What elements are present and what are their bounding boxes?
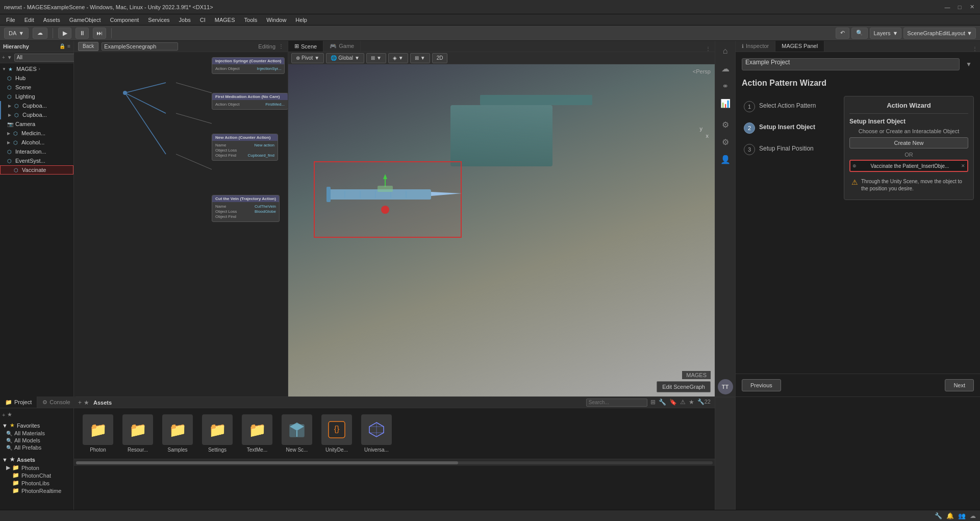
asset-samples[interactable]: 📁 Samples [160, 414, 195, 453]
asset-unitydefault[interactable]: {} UnityDe... [319, 414, 355, 453]
hierarchy-menu-icon[interactable]: ≡ [67, 43, 70, 49]
menu-services[interactable]: Services [144, 16, 173, 24]
hierarchy-item[interactable]: 📷 Camera [0, 119, 73, 129]
menu-help[interactable]: Help [291, 16, 311, 24]
menu-assets[interactable]: Assets [39, 16, 64, 24]
back-button[interactable]: Back [78, 42, 98, 51]
maximize-button[interactable]: □ [956, 3, 964, 11]
tab-scene[interactable]: ⊞ Scene [288, 41, 323, 52]
wizard-step-2[interactable]: 2 Setup Insert Object [742, 117, 844, 139]
menu-component[interactable]: Component [106, 16, 143, 24]
project-dropdown[interactable]: Example Project [742, 58, 960, 70]
hierarchy-item[interactable]: ⬡ Scene [0, 83, 73, 92]
hierarchy-item[interactable]: ▶ ⬡ Medicin... [0, 129, 73, 138]
snap-button[interactable]: ⊞ ▼ [410, 53, 430, 63]
cloud-button[interactable]: ☁ [33, 28, 47, 39]
scenegraph-menu-icon[interactable]: ⋮ [279, 43, 284, 49]
asset-settings[interactable]: 📁 Settings [199, 414, 235, 453]
gizmo-button[interactable]: ◈ ▼ [388, 53, 408, 63]
asset-universal[interactable]: Universa... [359, 414, 394, 453]
previous-button[interactable]: Previous [742, 379, 781, 391]
sidebar-tool-settings1[interactable]: ⚙ [717, 116, 734, 133]
close-button[interactable]: ✕ [968, 3, 976, 11]
2d-button[interactable]: 2D [432, 53, 448, 63]
menu-tools[interactable]: Tools [240, 16, 262, 24]
status-collab-icon[interactable]: 👥 [958, 512, 966, 519]
global-button[interactable]: 🌐 Global ▼ [326, 53, 364, 63]
da-dropdown[interactable]: DA ▼ [4, 28, 29, 39]
fav-item-materials[interactable]: 🔍 All Materials [2, 430, 71, 437]
undo-button[interactable]: ↶ [836, 28, 849, 39]
favorites-header[interactable]: ▼ ★ Favorites [2, 421, 71, 430]
sidebar-tool-cloud[interactable]: ☁ [717, 60, 734, 77]
hierarchy-lock-icon[interactable]: 🔒 [59, 43, 65, 49]
status-settings-icon[interactable]: 🔧 [935, 512, 942, 519]
menu-mages[interactable]: MAGES [211, 16, 239, 24]
scenegraph-name-input[interactable] [102, 42, 178, 51]
asset-newscene[interactable]: New Sc... [279, 414, 315, 453]
tab-project[interactable]: 📁 Project [0, 396, 37, 408]
hierarchy-item[interactable]: ⬡ Hub [0, 73, 73, 83]
asset-photon[interactable]: 📁 Photon [80, 414, 116, 453]
next-button[interactable]: Next [945, 379, 974, 391]
hierarchy-item-vaccinate[interactable]: ⬡ Vaccinate [0, 165, 73, 175]
tab-console[interactable]: ⚙ Console [37, 396, 76, 408]
star-icon[interactable]: ★ [84, 399, 89, 406]
bookmark-icon[interactable]: 🔖 [669, 399, 677, 407]
pivot-button[interactable]: ⊕ Pivot ▼ [291, 53, 324, 63]
star-icon[interactable]: ★ [7, 411, 12, 418]
menu-edit[interactable]: Edit [20, 16, 38, 24]
menu-window[interactable]: Window [262, 16, 290, 24]
menu-gameobject[interactable]: GameObject [65, 16, 105, 24]
wizard-step-3[interactable]: 3 Setup Final Position [742, 139, 844, 160]
menu-jobs[interactable]: Jobs [175, 16, 195, 24]
folder-photonlibs[interactable]: 📁 PhotonLibs [2, 479, 71, 487]
sg-node-firstmed[interactable]: First Medication Action (No Care) Action… [212, 93, 288, 110]
menu-ci[interactable]: CI [196, 16, 210, 24]
fav-item-models[interactable]: 🔍 All Models [2, 437, 71, 444]
sidebar-tool-home[interactable]: ⌂ [717, 43, 734, 59]
search-toolbar-button[interactable]: 🔍 [851, 28, 868, 39]
tab-mages-panel[interactable]: MAGES Panel [775, 41, 824, 52]
hierarchy-item[interactable]: ⬡ EventSyst... [0, 156, 73, 165]
scene-options-icon[interactable]: ⋮ [706, 46, 711, 52]
asset-textme[interactable]: 📁 TextMe... [239, 414, 275, 453]
status-notification-icon[interactable]: 🔔 [946, 512, 954, 519]
tab-inspector[interactable]: ℹ Inspector [736, 41, 775, 52]
add-icon[interactable]: + [78, 399, 82, 406]
star-icon2[interactable]: ★ [689, 399, 694, 407]
sg-node-newaction[interactable]: New Action (Counter Action) Name New act… [212, 134, 278, 161]
minimize-button[interactable]: — [943, 3, 951, 11]
fav-item-prefabs[interactable]: 🔍 All Prefabs [2, 444, 71, 451]
create-new-button[interactable]: Create New [849, 137, 968, 148]
sidebar-tool-connect[interactable]: ⚭ [717, 78, 734, 94]
hierarchy-item[interactable]: ▶ ⬡ Alcohol... [0, 138, 73, 147]
sidebar-tool-chart[interactable]: 📊 [717, 95, 734, 111]
play-button[interactable]: ▶ [58, 28, 71, 39]
add-icon[interactable]: + [2, 412, 5, 418]
pause-button[interactable]: ⏸ [76, 28, 89, 39]
hierarchy-add-icon[interactable]: + [2, 55, 5, 60]
scene-viewport[interactable]: VR ✋ ✥ ↻ ⇲ ▭ ⊕ [288, 64, 715, 396]
hierarchy-item[interactable]: ⬡ Lighting [0, 92, 73, 101]
scroll-track[interactable] [76, 461, 713, 464]
hierarchy-item[interactable]: ▶ ⬡ Cupboa... [0, 110, 73, 119]
menu-file[interactable]: File [2, 16, 19, 24]
tab-game[interactable]: 🎮 Game [323, 41, 361, 52]
layout-dropdown[interactable]: SceneGraphEditLayout ▼ [903, 28, 976, 39]
inspector-expand-button[interactable]: ⋮ [970, 46, 980, 52]
hierarchy-item[interactable]: ▶ ⬡ Cupboa... [0, 101, 73, 110]
assets-search-input[interactable] [586, 399, 647, 407]
wizard-step-1[interactable]: 1 Select Action Pattern [742, 96, 844, 117]
layers-dropdown[interactable]: Layers ▼ [870, 28, 901, 39]
folder-photon[interactable]: ▶ 📁 Photon [2, 464, 71, 472]
folder-photonrealtime[interactable]: 📁 PhotonRealtime [2, 487, 71, 494]
sg-node-cutvein[interactable]: Cut the Vein (Trajectory Action) Name Cu… [212, 195, 280, 222]
folder-photonchat[interactable]: 📁 PhotonChat [2, 472, 71, 479]
step-button[interactable]: ⏭ [93, 28, 106, 39]
avatar[interactable]: TT [718, 379, 733, 394]
view-icon[interactable]: ⊞ [650, 399, 656, 407]
assets-header[interactable]: ▼ ★ Assets [2, 455, 71, 464]
scroll-thumb[interactable] [76, 461, 458, 464]
sidebar-tool-user[interactable]: 👤 [717, 151, 734, 167]
